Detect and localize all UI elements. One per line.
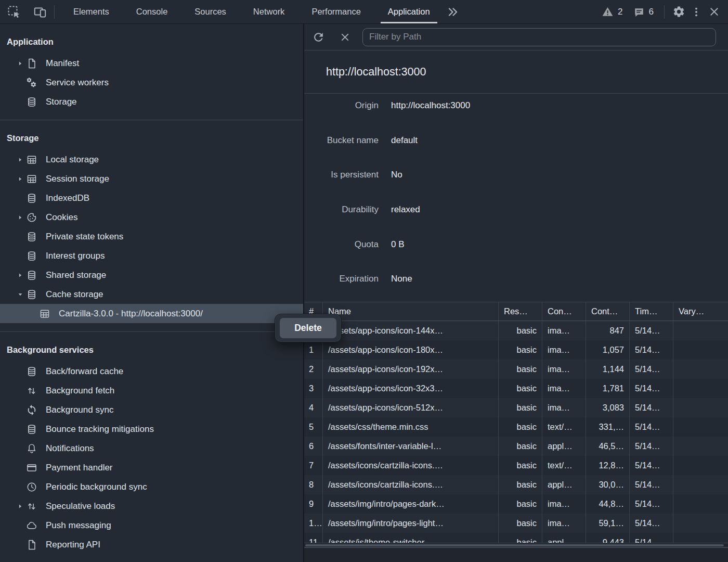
meta-value: 0 B bbox=[391, 239, 405, 250]
column-header-2[interactable]: Res… bbox=[498, 302, 542, 321]
cell: 6 bbox=[304, 437, 322, 456]
cell: ima… bbox=[542, 398, 586, 417]
cell: 5/14… bbox=[629, 321, 673, 340]
sidebar-item-label: Periodic background sync bbox=[46, 482, 147, 492]
clear-button[interactable] bbox=[335, 28, 354, 46]
cell: ima… bbox=[542, 321, 586, 340]
cell: basic bbox=[498, 321, 542, 340]
sidebar-item-speculative-loads[interactable]: Speculative loads bbox=[0, 496, 303, 516]
sidebar-item-cookies[interactable]: Cookies bbox=[0, 208, 303, 227]
sidebar-item-background-fetch[interactable]: Background fetch bbox=[0, 381, 303, 400]
delete-menu-item[interactable]: Delete bbox=[280, 318, 336, 338]
table-row[interactable]: 1/assets/app-icons/icon-180x…basicima…1,… bbox=[304, 340, 728, 360]
table-row[interactable]: 9/assets/img/intro/pages-dark…basicima…4… bbox=[304, 494, 728, 514]
horizontal-scrollbar[interactable] bbox=[304, 543, 728, 547]
table-row[interactable]: 4/assets/app-icons/icon-512x…basicima…3,… bbox=[304, 398, 728, 417]
meta-row-durability: Durabilityrelaxed bbox=[304, 204, 728, 239]
cell: 5/14… bbox=[629, 514, 673, 533]
sidebar-item-shared-storage[interactable]: Shared storage bbox=[0, 265, 303, 285]
table-row[interactable]: 6/assets/fonts/inter-variable-l…basicapp… bbox=[304, 437, 728, 456]
tab-elements[interactable]: Elements bbox=[60, 0, 123, 23]
sidebar-item-local-storage[interactable]: Local storage bbox=[0, 150, 303, 169]
sidebar-item-background-sync[interactable]: Background sync bbox=[0, 400, 303, 419]
section-divider bbox=[0, 331, 303, 332]
database-icon bbox=[26, 250, 37, 262]
table-row[interactable]: 5/assets/css/theme.min.cssbasictext/…331… bbox=[304, 417, 728, 437]
inspect-element-button[interactable] bbox=[5, 3, 23, 21]
chevron-right-icon[interactable] bbox=[15, 154, 26, 165]
messages-badge[interactable]: 6 bbox=[628, 6, 659, 18]
chevron-right-icon[interactable] bbox=[15, 212, 26, 223]
tab-performance[interactable]: Performance bbox=[298, 0, 374, 23]
sidebar-item-service-workers[interactable]: Service workers bbox=[0, 73, 303, 92]
sidebar-item-label: Private state tokens bbox=[46, 232, 123, 242]
arrow-spacer bbox=[15, 193, 26, 204]
chevron-right-icon[interactable] bbox=[15, 173, 26, 185]
chevron-down-icon[interactable] bbox=[15, 289, 26, 300]
column-header-3[interactable]: Con… bbox=[542, 302, 586, 321]
sidebar-item-cache-storage[interactable]: Cache storage bbox=[0, 285, 303, 304]
cell: /assets/app-icons/icon-192x… bbox=[322, 360, 498, 379]
table-row[interactable]: 2/assets/app-icons/icon-192x…basicima…1,… bbox=[304, 360, 728, 379]
chevron-right-icon[interactable] bbox=[15, 58, 26, 69]
table-row[interactable]: 0/assets/app-icons/icon-144x…basicima…84… bbox=[304, 321, 728, 340]
meta-value: relaxed bbox=[391, 204, 420, 215]
toolbar-right-group: 2 6 bbox=[596, 3, 728, 21]
sidebar-item-interest-groups[interactable]: Interest groups bbox=[0, 246, 303, 265]
column-header-4[interactable]: Cont… bbox=[586, 302, 629, 321]
table-row[interactable]: 8/assets/icons/cartzilla-icons.…basicapp… bbox=[304, 475, 728, 494]
sidebar-item-notifications[interactable]: Notifications bbox=[0, 439, 303, 458]
more-tabs-button[interactable] bbox=[444, 3, 461, 21]
section-heading-application: Application bbox=[0, 34, 303, 49]
cell: text/… bbox=[542, 456, 586, 475]
cell: 46,5… bbox=[586, 437, 629, 456]
chevrons-right-icon bbox=[446, 6, 459, 18]
sidebar-item-bounce-tracking-mitigations[interactable]: Bounce tracking mitigations bbox=[0, 419, 303, 439]
sidebar-item-label: Push messaging bbox=[46, 520, 111, 531]
table-row[interactable]: 11/assets/js/theme-switcher.…basicappl…9… bbox=[304, 533, 728, 543]
arrow-spacer bbox=[15, 385, 26, 397]
column-header-6[interactable]: Vary… bbox=[673, 302, 728, 321]
tab-console[interactable]: Console bbox=[123, 0, 181, 23]
bucket-meta: Originhttp://localhost:3000Bucket namede… bbox=[304, 94, 728, 308]
column-header-5[interactable]: Tim… bbox=[629, 302, 673, 321]
sidebar-item-private-state-tokens[interactable]: Private state tokens bbox=[0, 227, 303, 246]
column-header-1[interactable]: Name bbox=[322, 302, 498, 321]
refresh-button[interactable] bbox=[309, 28, 328, 46]
table-row[interactable]: 1…/assets/img/intro/pages-light…basicima… bbox=[304, 514, 728, 533]
chevron-right-icon[interactable] bbox=[15, 270, 26, 281]
sidebar-item-cartzilla-3-0-0-http-localhost-3000[interactable]: Cartzilla-3.0.0 - http://localhost:3000/ bbox=[0, 304, 303, 323]
sidebar-item-label: IndexedDB bbox=[46, 193, 89, 203]
table-row[interactable]: 7/assets/icons/cartzilla-icons.…basictex… bbox=[304, 456, 728, 475]
close-devtools-button[interactable] bbox=[705, 3, 723, 21]
toggle-device-toolbar-button[interactable] bbox=[31, 3, 49, 21]
filter-by-path-input[interactable] bbox=[362, 28, 716, 46]
table-row[interactable]: 3/assets/app-icons/icon-32x3…basicima…1,… bbox=[304, 379, 728, 398]
chevron-right-icon[interactable] bbox=[15, 501, 26, 512]
sidebar-item-storage[interactable]: Storage bbox=[0, 92, 303, 111]
more-options-button[interactable] bbox=[687, 3, 705, 21]
sidebar-item-back-forward-cache[interactable]: Back/forward cache bbox=[0, 362, 303, 381]
sidebar-item-label: Background sync bbox=[46, 405, 113, 415]
tab-sources[interactable]: Sources bbox=[181, 0, 240, 23]
sidebar-item-label: Notifications bbox=[46, 443, 94, 454]
tab-network[interactable]: Network bbox=[240, 0, 298, 23]
arrow-spacer bbox=[15, 443, 26, 454]
context-menu: Delete bbox=[275, 314, 342, 342]
sidebar-item-session-storage[interactable]: Session storage bbox=[0, 169, 303, 188]
cell: basic bbox=[498, 379, 542, 398]
tab-application[interactable]: Application bbox=[374, 0, 444, 23]
meta-label: Bucket name bbox=[304, 135, 379, 146]
cell: ima… bbox=[542, 494, 586, 514]
warnings-badge[interactable]: 2 bbox=[596, 6, 628, 18]
sidebar-item-push-messaging[interactable]: Push messaging bbox=[0, 516, 303, 535]
cell: 8 bbox=[304, 475, 322, 494]
settings-button[interactable] bbox=[670, 3, 687, 21]
sidebar-item-periodic-background-sync[interactable]: Periodic background sync bbox=[0, 477, 303, 496]
sidebar-item-indexeddb[interactable]: IndexedDB bbox=[0, 188, 303, 208]
sidebar-item-reporting-api[interactable]: Reporting API bbox=[0, 535, 303, 554]
scrollbar-thumb[interactable] bbox=[305, 544, 724, 546]
sidebar-item-payment-handler[interactable]: Payment handler bbox=[0, 458, 303, 477]
inspect-icon bbox=[7, 5, 21, 19]
sidebar-item-manifest[interactable]: Manifest bbox=[0, 54, 303, 73]
